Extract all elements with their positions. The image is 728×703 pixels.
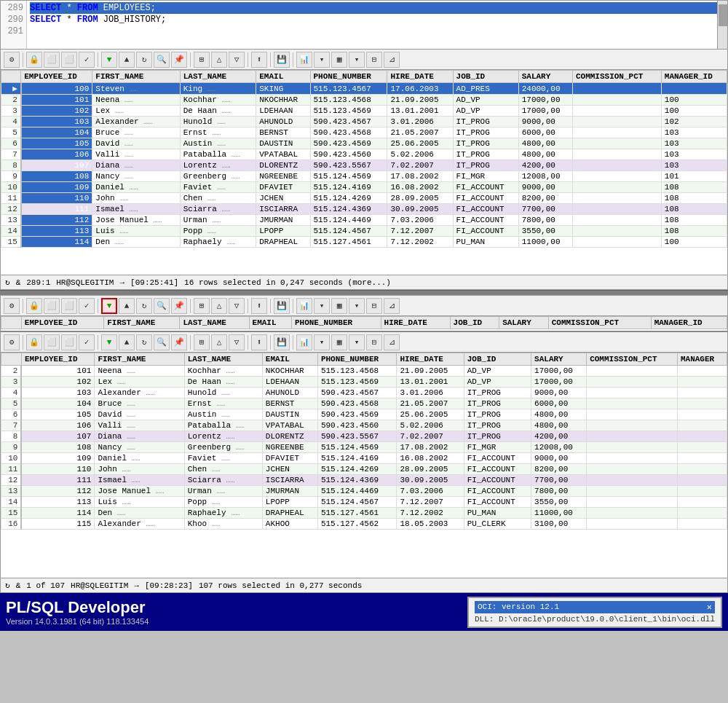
top-cell[interactable]: 111 bbox=[21, 204, 92, 215]
top-cell[interactable]: SKING bbox=[256, 83, 310, 95]
bottom-cell[interactable]: Raphaely …… bbox=[184, 508, 262, 519]
top-cell[interactable]: 30.09.2005 bbox=[387, 204, 453, 215]
top-cell[interactable]: Valli …… bbox=[92, 149, 180, 160]
bottom-cell[interactable]: Diana …… bbox=[95, 431, 184, 442]
top-cell[interactable]: 515.123.4567 bbox=[310, 83, 387, 95]
toolbar-sort-desc-btn[interactable]: ▽ bbox=[229, 52, 245, 68]
bottom-cell[interactable]: 110 bbox=[21, 464, 94, 475]
top-cell[interactable]: IT_PROG bbox=[453, 138, 518, 149]
bottom-cell[interactable]: Austin …… bbox=[184, 409, 262, 420]
top-cell[interactable]: 28.09.2005 bbox=[387, 193, 453, 204]
bottom-cell[interactable]: Khoo …… bbox=[184, 519, 262, 530]
bottom-sort-desc-btn[interactable]: ▽ bbox=[229, 334, 245, 350]
toolbar-refresh-btn[interactable]: ↻ bbox=[136, 52, 152, 68]
mid-col-header-phone[interactable]: PHONE_NUMBER bbox=[291, 317, 381, 329]
bottom-cell[interactable]: Ismael …… bbox=[95, 475, 184, 486]
bottom-cell[interactable]: 18.05.2003 bbox=[397, 519, 464, 530]
bottom-cell[interactable]: Sciarra …… bbox=[184, 475, 262, 486]
bottom-cell[interactable]: Bruce …… bbox=[95, 398, 184, 409]
bottom-cell[interactable] bbox=[677, 508, 727, 519]
bot-col-header-employee-id[interactable]: EMPLOYEE_ID bbox=[21, 353, 94, 366]
bottom-cell[interactable] bbox=[587, 398, 678, 409]
top-cell[interactable]: Sciarra …… bbox=[180, 204, 256, 215]
bottom-cell[interactable]: 4800,00 bbox=[531, 409, 587, 420]
bottom-cell[interactable]: 3550,00 bbox=[531, 497, 587, 508]
bot-col-header-manager[interactable]: MANAGER bbox=[677, 353, 727, 366]
bottom-cell[interactable] bbox=[587, 431, 678, 442]
top-cell[interactable]: 101 bbox=[661, 171, 727, 182]
top-cell[interactable]: IT_PROG bbox=[453, 149, 518, 160]
top-cell[interactable]: FI_MGR bbox=[453, 171, 518, 182]
bottom-cell[interactable]: Luis …… bbox=[95, 497, 184, 508]
bottom-cell[interactable]: 7.12.2007 bbox=[397, 497, 464, 508]
top-cell[interactable]: 100 bbox=[661, 95, 727, 106]
top-cell[interactable]: 102 bbox=[21, 106, 92, 117]
bottom-cell[interactable]: PU_CLERK bbox=[464, 519, 531, 530]
top-cell[interactable]: 515.124.4567 bbox=[310, 226, 387, 237]
top-cell[interactable]: 17000,00 bbox=[518, 95, 572, 106]
bottom-copy2-btn[interactable]: ⊟ bbox=[366, 334, 382, 350]
bottom-cell[interactable]: 6000,00 bbox=[531, 398, 587, 409]
top-cell[interactable]: Diana …… bbox=[92, 160, 180, 171]
middle-pin-btn[interactable]: 📌 bbox=[171, 298, 187, 314]
top-cell[interactable]: AD_PRES bbox=[453, 83, 518, 95]
top-cell[interactable]: 101 bbox=[21, 95, 92, 106]
top-cell[interactable]: Kochhar …… bbox=[180, 95, 256, 106]
bottom-sort-asc-btn[interactable]: △ bbox=[211, 334, 227, 350]
top-cell[interactable]: AD_VP bbox=[453, 95, 518, 106]
top-cell[interactable]: 515.124.4169 bbox=[310, 182, 387, 193]
bottom-cell[interactable]: 21.05.2007 bbox=[397, 398, 464, 409]
top-cell[interactable]: FI_ACCOUNT bbox=[453, 204, 518, 215]
bottom-cell[interactable]: IT_PROG bbox=[464, 398, 531, 409]
top-cell[interactable]: 113 bbox=[21, 226, 92, 237]
top-cell[interactable]: Bruce …… bbox=[92, 127, 180, 138]
bottom-cell[interactable] bbox=[587, 442, 678, 453]
top-cell[interactable]: 9000,00 bbox=[518, 117, 572, 127]
bottom-cell[interactable]: 515.123.4568 bbox=[317, 366, 397, 377]
top-cell[interactable] bbox=[572, 138, 661, 149]
top-cell[interactable]: 515.124.4269 bbox=[310, 193, 387, 204]
top-cell[interactable]: Raphaely …… bbox=[180, 237, 256, 248]
bottom-cell[interactable]: FI_ACCOUNT bbox=[464, 453, 531, 464]
bottom-cell[interactable]: 107 bbox=[21, 431, 94, 442]
toolbar-filter2-btn[interactable]: ⊿ bbox=[384, 52, 400, 68]
bottom-search-btn[interactable]: 🔍 bbox=[154, 334, 170, 350]
top-cell[interactable]: 100 bbox=[21, 83, 92, 95]
top-cell[interactable]: Lorentz …… bbox=[180, 160, 256, 171]
bottom-cell[interactable]: IT_PROG bbox=[464, 420, 531, 431]
bottom-cell[interactable]: LDEHAAN bbox=[262, 377, 317, 388]
bottom-cell[interactable]: Den …… bbox=[95, 508, 184, 519]
bottom-cell[interactable]: 515.124.4567 bbox=[317, 497, 397, 508]
top-cell[interactable]: Luis …… bbox=[92, 226, 180, 237]
top-cell[interactable]: DAUSTIN bbox=[256, 138, 310, 149]
middle-filter-up-btn[interactable]: ▲ bbox=[119, 298, 135, 314]
top-cell[interactable] bbox=[572, 117, 661, 127]
bottom-cell[interactable]: 101 bbox=[21, 366, 94, 377]
bottom-cell[interactable]: FI_MGR bbox=[464, 442, 531, 453]
bottom-chart-dropdown[interactable]: ▾ bbox=[314, 334, 330, 350]
bottom-cell[interactable]: 13.01.2001 bbox=[397, 377, 464, 388]
top-cell[interactable]: 112 bbox=[21, 215, 92, 226]
bottom-cell[interactable] bbox=[677, 431, 727, 442]
bottom-cell[interactable]: 3100,00 bbox=[531, 519, 587, 530]
bottom-cell[interactable]: JMURMAN bbox=[262, 486, 317, 497]
top-cell[interactable]: 12008,00 bbox=[518, 171, 572, 182]
bottom-cell[interactable]: 7.12.2002 bbox=[397, 508, 464, 519]
col-header-last-name[interactable]: LAST_NAME bbox=[180, 71, 256, 83]
top-cell[interactable]: 7.03.2006 bbox=[387, 215, 453, 226]
bot-col-header-commission[interactable]: COMMISSION_PCT bbox=[587, 353, 678, 366]
top-cell[interactable] bbox=[572, 226, 661, 237]
top-cell[interactable]: AD_VP bbox=[453, 106, 518, 117]
top-cell[interactable]: 6000,00 bbox=[518, 127, 572, 138]
bottom-pin-btn[interactable]: 📌 bbox=[171, 334, 187, 350]
bottom-cell[interactable]: 104 bbox=[21, 398, 94, 409]
top-cell[interactable]: 16.08.2002 bbox=[387, 182, 453, 193]
middle-copy2-btn[interactable]: ⊟ bbox=[366, 298, 382, 314]
bottom-cell[interactable]: NGREENBE bbox=[262, 442, 317, 453]
bottom-cell[interactable]: Urman …… bbox=[184, 486, 262, 497]
bottom-cell[interactable]: 515.127.4562 bbox=[317, 519, 397, 530]
bottom-cell[interactable]: Neena …… bbox=[95, 366, 184, 377]
middle-save-btn[interactable]: 💾 bbox=[274, 298, 290, 314]
top-cell[interactable]: Ernst …… bbox=[180, 127, 256, 138]
bottom-cell[interactable]: 4200,00 bbox=[531, 431, 587, 442]
